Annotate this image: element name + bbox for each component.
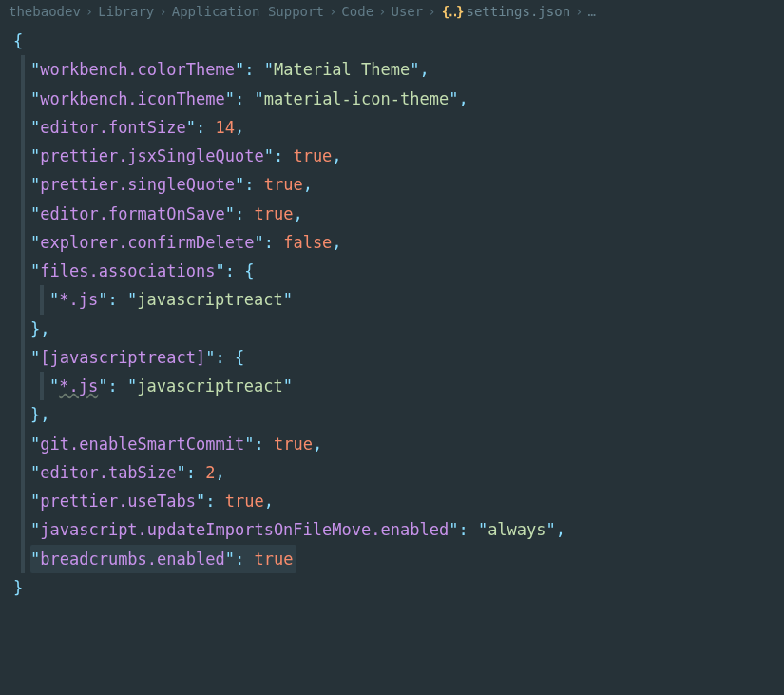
code-line[interactable]: "git.enableSmartCommit": true, xyxy=(8,430,784,458)
code-line[interactable]: "prettier.singleQuote": true, xyxy=(8,170,784,199)
code-editor[interactable]: {"workbench.colorTheme": "Material Theme… xyxy=(0,23,784,602)
chevron-right-icon: › xyxy=(374,0,390,23)
code-line[interactable]: "*.js": "javascriptreact" xyxy=(8,372,784,400)
breadcrumb-item[interactable]: Library xyxy=(97,0,155,23)
code-line[interactable]: "prettier.jsxSingleQuote": true, xyxy=(8,142,784,170)
chevron-right-icon: › xyxy=(155,0,170,23)
chevron-right-icon: › xyxy=(325,0,340,23)
breadcrumb-ellipsis[interactable]: … xyxy=(587,0,597,23)
code-line[interactable]: "[javascriptreact]": { xyxy=(8,343,784,372)
code-line[interactable]: "explorer.confirmDelete": false, xyxy=(8,228,784,257)
code-line[interactable]: "files.associations": { xyxy=(8,257,784,285)
code-line[interactable]: "editor.tabSize": 2, xyxy=(8,458,784,487)
breadcrumb-item[interactable]: User xyxy=(391,0,425,23)
breadcrumb-item[interactable]: thebaodev xyxy=(8,0,82,23)
code-line[interactable]: { xyxy=(8,27,784,55)
code-line[interactable]: "prettier.useTabs": true, xyxy=(8,487,784,515)
code-line[interactable]: "breadcrumbs.enabled": true xyxy=(8,545,784,573)
code-line[interactable]: }, xyxy=(8,400,784,429)
breadcrumb-item[interactable]: Code xyxy=(340,0,374,23)
code-line[interactable]: "editor.fontSize": 14, xyxy=(8,113,784,142)
code-line[interactable]: "workbench.iconTheme": "material-icon-th… xyxy=(8,85,784,113)
code-line[interactable]: }, xyxy=(8,315,784,343)
code-line[interactable]: } xyxy=(8,573,784,602)
json-braces-icon: {‥} xyxy=(440,0,466,23)
code-line[interactable]: "*.js": "javascriptreact" xyxy=(8,285,784,314)
breadcrumb-filename[interactable]: settings.json xyxy=(466,0,572,23)
chevron-right-icon: › xyxy=(424,0,439,23)
code-line[interactable]: "editor.formatOnSave": true, xyxy=(8,200,784,228)
code-line[interactable]: "workbench.colorTheme": "Material Theme"… xyxy=(8,55,784,84)
chevron-right-icon: › xyxy=(82,0,97,23)
breadcrumb[interactable]: thebaodev › Library › Application Suppor… xyxy=(0,0,784,23)
breadcrumb-item[interactable]: Application Support xyxy=(171,0,325,23)
chevron-right-icon: › xyxy=(571,0,586,23)
code-line[interactable]: "javascript.updateImportsOnFileMove.enab… xyxy=(8,515,784,544)
